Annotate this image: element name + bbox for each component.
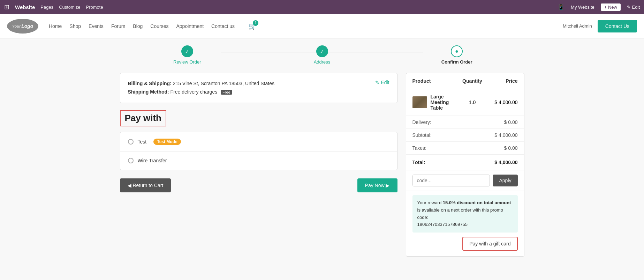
admin-nav-pages[interactable]: Pages — [40, 5, 53, 10]
return-to-cart-button[interactable]: ◀ Return to Cart — [120, 178, 171, 192]
promo-code: 18062470337157869755 — [417, 222, 468, 227]
subtotal-label: Subtotal: — [412, 132, 495, 138]
billing-address-line: Billing & Shipping: 215 Vine St, Scranto… — [128, 80, 389, 88]
logo: Your Logo — [7, 19, 38, 34]
btn-row: ◀ Return to Cart Pay Now ▶ — [120, 178, 397, 192]
header-product: Product — [412, 78, 459, 84]
nav-appointment[interactable]: Appointment — [176, 23, 204, 29]
subtotal-row: Subtotal: $ 4,000.00 — [406, 129, 524, 142]
radio-test[interactable] — [128, 139, 134, 145]
edit-label[interactable]: Edit — [381, 80, 389, 85]
radio-wire[interactable] — [128, 158, 134, 163]
address-box: ✎ Edit Billing & Shipping: 215 Vine St, … — [120, 73, 397, 103]
test-mode-badge: Test Mode — [153, 139, 181, 145]
admin-right: 📱 My Website + New ✎ Edit — [558, 3, 640, 11]
taxes-row: Taxes: $ 0.00 — [406, 142, 524, 155]
gift-card-button[interactable]: Pay with a gift card — [462, 237, 517, 251]
promo-row: Apply — [406, 170, 524, 191]
step-circle-confirm: ● — [451, 45, 463, 57]
my-website[interactable]: My Website — [571, 5, 594, 10]
step-circle-address: ✓ — [316, 45, 328, 57]
grid-icon[interactable]: ⊞ — [4, 3, 9, 11]
step-label-review: Review Order — [173, 59, 201, 65]
item-price: $ 4,000.00 — [486, 100, 518, 105]
payment-options: Test Test Mode Wire Transfer — [120, 132, 397, 170]
site-nav-menu: Home Shop Events Forum Blog Courses Appo… — [49, 22, 256, 30]
pay-with-heading: Pay with — [120, 110, 166, 126]
total-label: Total: — [412, 160, 495, 165]
admin-nav: Pages Customize Promote — [40, 5, 103, 10]
cart-badge: 1 — [253, 20, 258, 26]
contact-us-button[interactable]: Contact Us — [598, 20, 637, 32]
product-name: Large Meeting Table — [431, 94, 459, 111]
admin-bar: ⊞ Website Pages Customize Promote 📱 My W… — [0, 0, 644, 14]
pay-now-button[interactable]: Pay Now ▶ — [357, 178, 397, 192]
order-item: Large Meeting Table 1.0 $ 4,000.00 — [406, 89, 524, 116]
new-button[interactable]: + New — [601, 3, 621, 11]
order-summary: Product Quantity Price Large Meeting Tab… — [406, 73, 524, 257]
checkout-layout: ✎ Edit Billing & Shipping: 215 Vine St, … — [120, 73, 524, 257]
delivery-label: Delivery: — [412, 119, 504, 125]
reward-box: Your reward 15.0% discount on total amou… — [412, 195, 518, 233]
step-confirm-order: ● Confirm Order — [389, 45, 524, 65]
admin-nav-promote[interactable]: Promote — [86, 5, 103, 10]
step-address: ✓ Address — [255, 45, 389, 65]
header-quantity: Quantity — [459, 78, 486, 84]
billing-address: 215 Vine St, Scranton PA 18503, United S… — [173, 81, 274, 86]
product-thumb-inner — [412, 96, 427, 108]
step-label-address: Address — [314, 59, 331, 65]
nav-contact-us[interactable]: Contact us — [211, 23, 235, 29]
reward-highlight: 15.0% discount on total amount — [443, 200, 511, 205]
step-label-confirm: Confirm Order — [441, 59, 472, 65]
option-label-wire: Wire Transfer — [138, 158, 167, 163]
delivery-value: $ 0.00 — [504, 119, 518, 125]
order-summary-box: Product Quantity Price Large Meeting Tab… — [406, 73, 524, 257]
nav-forum[interactable]: Forum — [111, 23, 125, 29]
edit-icon: ✎ — [375, 80, 379, 85]
mobile-icon[interactable]: 📱 — [558, 4, 565, 10]
nav-courses[interactable]: Courses — [150, 23, 168, 29]
main-content: ✓ Review Order ✓ Address ● Confirm Order… — [113, 38, 531, 264]
edit-link[interactable]: ✎ Edit — [375, 80, 389, 85]
reward-text: Your reward — [417, 200, 443, 205]
apply-button[interactable]: Apply — [493, 175, 517, 186]
nav-shop[interactable]: Shop — [69, 23, 81, 29]
reward-suffix: is available on a next order with this p… — [417, 207, 503, 220]
option-label-test: Test — [138, 139, 147, 145]
subtotal-value: $ 4,000.00 — [494, 132, 517, 138]
payment-option-wire[interactable]: Wire Transfer — [120, 152, 397, 170]
progress-steps: ✓ Review Order ✓ Address ● Confirm Order — [120, 45, 524, 65]
shipping-label: Shipping Method: — [128, 89, 169, 95]
billing-label: Billing & Shipping: — [128, 81, 172, 86]
checkout-left: ✎ Edit Billing & Shipping: 215 Vine St, … — [120, 73, 397, 257]
free-badge: Free — [221, 90, 232, 95]
admin-brand: Website — [15, 4, 35, 10]
order-summary-header: Product Quantity Price — [406, 73, 524, 89]
step-circle-review: ✓ — [181, 45, 193, 57]
shipping-value: Free delivery charges — [171, 89, 218, 95]
total-row: Total: $ 4,000.00 — [406, 155, 524, 170]
payment-option-test[interactable]: Test Test Mode — [120, 132, 397, 152]
delivery-row: Delivery: $ 0.00 — [406, 116, 524, 129]
taxes-label: Taxes: — [412, 145, 504, 151]
product-thumbnail — [412, 96, 427, 108]
step-review-order: ✓ Review Order — [120, 45, 255, 65]
item-qty: 1.0 — [459, 100, 486, 105]
edit-button[interactable]: ✎ Edit — [627, 5, 640, 10]
cart-icon[interactable]: 🛒 1 — [249, 22, 256, 30]
nav-events[interactable]: Events — [89, 23, 104, 29]
admin-nav-customize[interactable]: Customize — [59, 5, 80, 10]
nav-home[interactable]: Home — [49, 23, 62, 29]
shipping-method-line: Shipping Method: Free delivery charges F… — [128, 88, 389, 96]
logo-area[interactable]: Your Logo — [7, 19, 38, 34]
nav-blog[interactable]: Blog — [133, 23, 143, 29]
header-price: Price — [486, 78, 518, 84]
taxes-value: $ 0.00 — [504, 145, 518, 151]
site-nav: Your Logo Home Shop Events Forum Blog Co… — [0, 14, 644, 38]
admin-user[interactable]: Mitchell Admin — [563, 23, 592, 29]
promo-input[interactable] — [412, 175, 490, 186]
total-value: $ 4,000.00 — [494, 160, 517, 165]
